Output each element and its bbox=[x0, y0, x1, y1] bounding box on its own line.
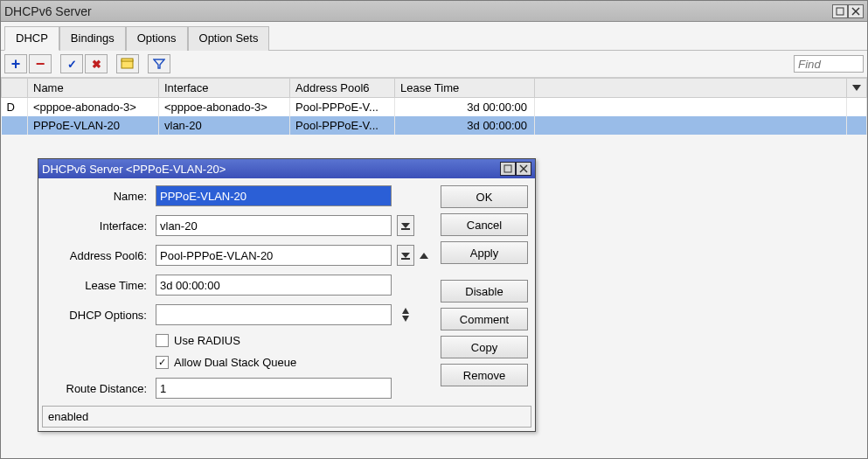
close-button[interactable] bbox=[848, 4, 864, 18]
cancel-button[interactable]: Cancel bbox=[441, 213, 528, 236]
row-lease: 3d 00:00:00 bbox=[395, 98, 535, 117]
column-name[interactable]: Name bbox=[28, 79, 159, 98]
options-field[interactable] bbox=[156, 304, 392, 325]
pool-field[interactable] bbox=[156, 245, 392, 266]
svg-marker-5 bbox=[154, 59, 164, 68]
route-dist-field[interactable] bbox=[156, 378, 392, 399]
allow-dual-checkbox[interactable]: ✓ bbox=[156, 356, 169, 369]
dialog-form: Name: Interface: Address Pool6: Lease Ti… bbox=[45, 185, 432, 399]
options-updown[interactable] bbox=[397, 308, 414, 322]
column-flag[interactable] bbox=[2, 79, 28, 98]
pool-dropdown[interactable] bbox=[397, 245, 414, 266]
row-pool: Pool-PPPoE-V... bbox=[290, 116, 395, 135]
minimize-button[interactable] bbox=[832, 4, 848, 18]
x-icon: ✖ bbox=[92, 58, 101, 71]
tab-bar: DHCP Bindings Options Option Sets bbox=[1, 22, 867, 51]
remove-button[interactable]: − bbox=[29, 54, 52, 73]
filter-button[interactable] bbox=[148, 54, 170, 73]
row-name: PPPoE-VLAN-20 bbox=[28, 116, 159, 135]
row-pool: Pool-PPPoE-V... bbox=[290, 98, 395, 117]
name-field[interactable] bbox=[156, 185, 392, 206]
tab-bindings[interactable]: Bindings bbox=[59, 26, 126, 51]
dialog-titlebar[interactable]: DHCPv6 Server <PPPoE-VLAN-20> bbox=[38, 159, 535, 178]
dialog-status: enabled bbox=[42, 406, 531, 428]
apply-button[interactable]: Apply bbox=[441, 241, 528, 264]
tab-dhcp[interactable]: DHCP bbox=[4, 26, 59, 51]
row-interface: <pppoe-abonado-3> bbox=[159, 98, 290, 117]
allow-dual-row[interactable]: ✓ Allow Dual Stack Queue bbox=[156, 356, 432, 369]
server-table: Name Interface Address Pool6 Lease Time … bbox=[1, 78, 867, 135]
ok-button[interactable]: OK bbox=[441, 185, 528, 208]
pool-collapse[interactable] bbox=[420, 253, 432, 259]
enable-button[interactable]: ✓ bbox=[60, 54, 83, 73]
funnel-icon bbox=[153, 58, 165, 70]
comment-button[interactable]: Comment bbox=[441, 308, 528, 330]
close-icon bbox=[519, 164, 528, 173]
name-label: Name: bbox=[45, 190, 150, 203]
tab-option-sets[interactable]: Option Sets bbox=[188, 26, 270, 51]
minus-icon: − bbox=[36, 55, 45, 73]
interface-field[interactable] bbox=[156, 215, 392, 236]
svg-rect-10 bbox=[401, 228, 410, 230]
titlebar-buttons bbox=[832, 4, 864, 18]
options-label: DHCP Options: bbox=[45, 309, 150, 322]
allow-dual-label: Allow Dual Stack Queue bbox=[174, 356, 296, 369]
dialog-close-button[interactable] bbox=[516, 162, 531, 176]
row-name: <pppoe-abonado-3> bbox=[28, 98, 159, 117]
column-menu-button[interactable] bbox=[847, 79, 867, 98]
window-title: DHCPv6 Server bbox=[4, 4, 832, 18]
row-lease: 3d 00:00:00 bbox=[395, 116, 535, 135]
plus-icon: + bbox=[11, 55, 21, 73]
dialog-side-buttons: OK Cancel Apply Disable Comment Copy Rem… bbox=[441, 185, 528, 399]
lease-field[interactable] bbox=[156, 275, 392, 296]
edit-dialog: DHCPv6 Server <PPPoE-VLAN-20> Name: Inte… bbox=[38, 158, 536, 432]
table-row[interactable]: PPPoE-VLAN-20 vlan-20 Pool-PPPoE-V... 3d… bbox=[2, 116, 867, 135]
svg-rect-12 bbox=[401, 258, 410, 260]
titlebar: DHCPv6 Server bbox=[1, 1, 867, 22]
svg-marker-9 bbox=[401, 223, 410, 228]
arrow-down-icon bbox=[402, 316, 409, 322]
chevron-down-icon bbox=[401, 221, 410, 230]
dialog-minimize-button[interactable] bbox=[500, 162, 516, 176]
column-lease[interactable]: Lease Time bbox=[395, 79, 535, 98]
svg-rect-0 bbox=[837, 8, 844, 15]
add-button[interactable]: + bbox=[4, 54, 27, 73]
close-icon bbox=[851, 7, 860, 16]
use-radius-checkbox[interactable] bbox=[156, 334, 169, 347]
remove-button[interactable]: Remove bbox=[441, 364, 528, 386]
tab-options[interactable]: Options bbox=[126, 26, 188, 51]
route-dist-label: Route Distance: bbox=[45, 382, 150, 395]
table-row[interactable]: D <pppoe-abonado-3> <pppoe-abonado-3> Po… bbox=[2, 98, 867, 117]
chevron-down-icon bbox=[401, 251, 410, 260]
minimize-icon bbox=[836, 7, 844, 16]
svg-rect-6 bbox=[504, 165, 511, 172]
toolbar: + − ✓ ✖ bbox=[1, 51, 867, 78]
use-radius-row[interactable]: Use RADIUS bbox=[156, 334, 432, 347]
lease-label: Lease Time: bbox=[45, 279, 150, 292]
disable-button[interactable]: ✖ bbox=[85, 54, 108, 73]
column-spacer bbox=[535, 79, 847, 98]
svg-rect-4 bbox=[122, 59, 133, 61]
svg-marker-11 bbox=[401, 253, 410, 258]
dialog-title: DHCPv6 Server <PPPoE-VLAN-20> bbox=[42, 163, 226, 176]
use-radius-label: Use RADIUS bbox=[174, 334, 240, 347]
check-icon: ✓ bbox=[67, 58, 77, 71]
arrow-up-icon bbox=[402, 308, 409, 314]
disable-button[interactable]: Disable bbox=[441, 280, 528, 303]
pool-label: Address Pool6: bbox=[45, 249, 150, 262]
dialog-body: Name: Interface: Address Pool6: Lease Ti… bbox=[38, 178, 535, 406]
main-window: DHCPv6 Server DHCP Bindings Options Opti… bbox=[0, 0, 868, 459]
copy-button[interactable]: Copy bbox=[441, 336, 528, 358]
dialog-title-buttons bbox=[500, 162, 531, 176]
comment-button[interactable] bbox=[116, 54, 139, 73]
row-flag: D bbox=[2, 98, 28, 117]
column-interface[interactable]: Interface bbox=[159, 79, 290, 98]
row-flag bbox=[2, 116, 28, 135]
interface-label: Interface: bbox=[45, 219, 150, 233]
column-pool[interactable]: Address Pool6 bbox=[290, 79, 395, 98]
comment-icon bbox=[121, 58, 135, 70]
interface-dropdown[interactable] bbox=[397, 215, 414, 236]
find-input[interactable] bbox=[794, 55, 864, 73]
row-interface: vlan-20 bbox=[159, 116, 290, 135]
minimize-icon bbox=[503, 164, 512, 173]
